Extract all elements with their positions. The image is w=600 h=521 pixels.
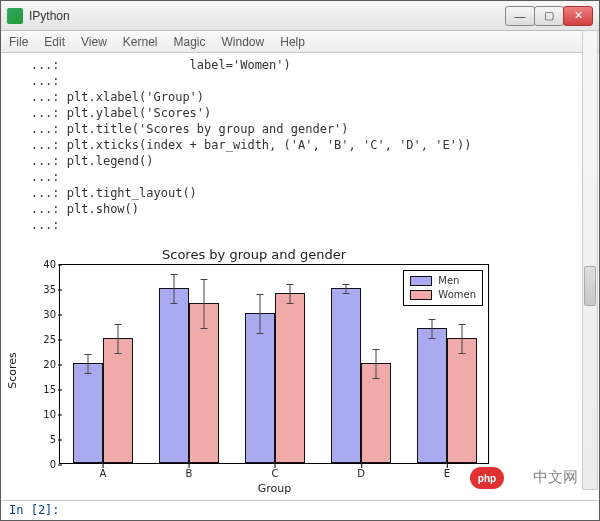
console-content[interactable]: ...: label='Women') ...: ...: plt.xlabel… [1, 53, 599, 500]
error-bar [290, 284, 291, 304]
menubar: File Edit View Kernel Magic Window Help [1, 31, 599, 53]
x-tick: A [100, 468, 107, 479]
error-bar [259, 294, 260, 334]
x-tick: C [272, 468, 279, 479]
y-tick: 15 [32, 384, 56, 395]
watermark-text: 中文网 [533, 468, 578, 487]
bar-women [103, 338, 133, 463]
y-tick: 20 [32, 359, 56, 370]
bar-men [73, 363, 103, 463]
x-tick: D [357, 468, 365, 479]
watermark-badge: php [470, 467, 504, 489]
error-bar [376, 349, 377, 379]
code-line: ...: plt.tight_layout() [9, 185, 591, 201]
bar-men [331, 288, 361, 463]
window-buttons: — ▢ ✕ [506, 6, 593, 26]
plot-area: Scores Group Men Women 0510152025303540A… [59, 264, 489, 464]
scrollbar-thumb[interactable] [584, 266, 596, 306]
code-line: ...: [9, 73, 591, 89]
code-line: ...: label='Women') [9, 57, 591, 73]
legend-label-women: Women [438, 288, 476, 302]
menu-kernel[interactable]: Kernel [123, 35, 158, 49]
minimize-button[interactable]: — [505, 6, 535, 26]
bar-women [275, 293, 305, 463]
error-bar [118, 324, 119, 354]
y-tick: 10 [32, 409, 56, 420]
code-line: ...: plt.xticks(index + bar_width, ('A',… [9, 137, 591, 153]
menu-window[interactable]: Window [222, 35, 265, 49]
code-line: ...: plt.title('Scores by group and gend… [9, 121, 591, 137]
y-tick: 25 [32, 334, 56, 345]
y-tick: 5 [32, 434, 56, 445]
code-line: ...: plt.show() [9, 201, 591, 217]
menu-help[interactable]: Help [280, 35, 305, 49]
bar-men [159, 288, 189, 463]
scrollbar[interactable] [582, 30, 598, 490]
bar-men [245, 313, 275, 463]
y-axis-label: Scores [6, 352, 19, 389]
x-tick: E [444, 468, 450, 479]
app-icon [7, 8, 23, 24]
x-axis-label: Group [258, 482, 292, 495]
error-bar [173, 274, 174, 304]
legend-item-men: Men [410, 274, 476, 288]
legend-swatch-men [410, 276, 432, 286]
error-bar [431, 319, 432, 339]
input-prompt[interactable]: In [2]: [1, 500, 599, 520]
y-tick: 30 [32, 309, 56, 320]
code-line: ...: plt.ylabel('Scores') [9, 105, 591, 121]
y-tick: 40 [32, 259, 56, 270]
menu-edit[interactable]: Edit [44, 35, 65, 49]
y-tick: 35 [32, 284, 56, 295]
chart-title: Scores by group and gender [29, 247, 479, 262]
window-title: IPython [29, 9, 506, 23]
chart: Scores by group and gender Scores Group … [29, 247, 479, 497]
legend: Men Women [403, 270, 483, 306]
close-button[interactable]: ✕ [563, 6, 593, 26]
x-tick: B [186, 468, 193, 479]
legend-item-women: Women [410, 288, 476, 302]
error-bar [87, 354, 88, 374]
error-bar [462, 324, 463, 354]
code-line: ...: [9, 169, 591, 185]
code-line: ...: [9, 217, 591, 233]
titlebar[interactable]: IPython — ▢ ✕ [1, 1, 599, 31]
error-bar [204, 279, 205, 329]
legend-swatch-women [410, 290, 432, 300]
y-tick: 0 [32, 459, 56, 470]
menu-file[interactable]: File [9, 35, 28, 49]
menu-magic[interactable]: Magic [174, 35, 206, 49]
app-window: IPython — ▢ ✕ File Edit View Kernel Magi… [0, 0, 600, 521]
code-line: ...: plt.xlabel('Group') [9, 89, 591, 105]
legend-label-men: Men [438, 274, 459, 288]
code-line: ...: plt.legend() [9, 153, 591, 169]
bar-men [417, 328, 447, 463]
error-bar [345, 284, 346, 294]
bar-women [447, 338, 477, 463]
menu-view[interactable]: View [81, 35, 107, 49]
maximize-button[interactable]: ▢ [534, 6, 564, 26]
